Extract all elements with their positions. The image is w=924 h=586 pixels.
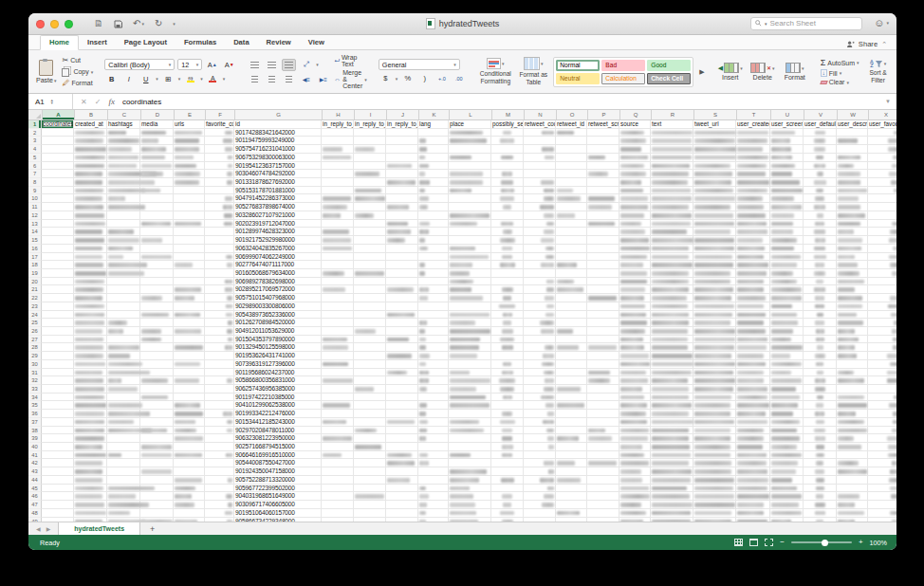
cell-Q7[interactable] [619, 170, 651, 178]
add-sheet-button[interactable]: + [140, 522, 164, 535]
cell-I9[interactable] [354, 187, 386, 195]
cell-A11[interactable] [42, 203, 74, 211]
cell-V14[interactable] [804, 228, 837, 236]
cell-J18[interactable] [386, 261, 418, 269]
cell-S9[interactable] [693, 187, 736, 195]
cell-A12[interactable] [42, 211, 74, 220]
cell-T20[interactable] [736, 278, 770, 286]
column-header-M[interactable]: M [492, 110, 525, 119]
cell-W17[interactable] [837, 253, 868, 262]
cell-C5[interactable] [107, 154, 140, 162]
cell-S20[interactable] [693, 278, 736, 286]
cell-X22[interactable] [868, 294, 896, 302]
cell-O2[interactable] [556, 129, 587, 137]
cell-B9[interactable] [74, 187, 107, 195]
cell-J39[interactable] [386, 434, 418, 443]
row-header-32[interactable]: 32 [28, 376, 42, 385]
cell-H46[interactable] [322, 492, 354, 501]
cell-B33[interactable] [74, 385, 107, 394]
cell-Q38[interactable] [619, 427, 651, 435]
cell-E39[interactable] [174, 434, 205, 443]
cell-F10[interactable] [205, 194, 234, 203]
cell-J32[interactable] [386, 376, 418, 385]
cell-B28[interactable] [74, 343, 107, 352]
cell-W10[interactable] [837, 194, 868, 203]
cell-M42[interactable] [491, 459, 524, 467]
cell-H32[interactable] [322, 376, 354, 385]
cell-A31[interactable] [42, 369, 74, 377]
cell-E43[interactable] [174, 467, 205, 476]
cell-M43[interactable] [491, 467, 524, 476]
cell-B43[interactable] [74, 467, 107, 476]
cell-Q6[interactable] [619, 162, 651, 171]
cell-U33[interactable] [770, 385, 804, 394]
cell-T4[interactable] [736, 145, 770, 154]
row-header-29[interactable]: 29 [28, 352, 42, 360]
cell-M49[interactable] [491, 518, 524, 522]
cell-H38[interactable] [322, 427, 354, 435]
cell-W9[interactable] [837, 187, 868, 195]
cell-U29[interactable] [770, 352, 804, 360]
cell-X36[interactable] [868, 410, 896, 418]
cell-H11[interactable] [322, 203, 354, 211]
cell-Q24[interactable] [619, 311, 651, 320]
row-header-41[interactable]: 41 [28, 451, 42, 460]
cell-Q47[interactable] [619, 501, 651, 509]
cell-K49[interactable] [418, 518, 449, 522]
cell-I43[interactable] [354, 467, 386, 476]
cell-F42[interactable] [205, 459, 234, 467]
cell-N37[interactable] [524, 418, 556, 427]
cell-P18[interactable] [587, 261, 619, 269]
cell-G36[interactable]: 901993342212476000 [234, 410, 322, 418]
cell-L22[interactable] [449, 294, 491, 302]
cell-I28[interactable] [354, 343, 386, 352]
cell-W39[interactable] [837, 434, 868, 443]
cell-C37[interactable] [107, 418, 140, 427]
cell-P2[interactable] [587, 129, 619, 137]
cell-O11[interactable] [556, 203, 587, 211]
cell-E47[interactable] [174, 501, 205, 509]
cell-Q1[interactable]: source [619, 120, 651, 129]
row-header-20[interactable]: 20 [28, 278, 42, 286]
cell-D24[interactable] [140, 311, 174, 320]
cell-R26[interactable] [651, 327, 693, 336]
cell-V46[interactable] [804, 492, 837, 501]
cell-I48[interactable] [354, 509, 386, 518]
cell-H40[interactable] [322, 443, 354, 451]
cell-O26[interactable] [556, 327, 587, 336]
cell-M31[interactable] [491, 369, 524, 377]
cell-U12[interactable] [770, 211, 804, 220]
cell-P11[interactable] [587, 203, 619, 211]
cell-U45[interactable] [770, 485, 804, 493]
cell-D46[interactable] [140, 492, 174, 501]
cell-S11[interactable] [693, 203, 736, 211]
cell-J9[interactable] [386, 187, 418, 195]
cell-M14[interactable] [491, 228, 524, 236]
cell-W30[interactable] [837, 360, 868, 369]
cell-F7[interactable] [205, 170, 234, 178]
cell-W21[interactable] [837, 285, 868, 294]
cell-Q34[interactable] [619, 394, 651, 402]
currency-icon[interactable]: $ [379, 72, 393, 84]
cell-E40[interactable] [174, 443, 205, 451]
cell-F22[interactable] [205, 294, 234, 302]
cell-V1[interactable]: user_default [804, 120, 837, 129]
cell-V11[interactable] [804, 203, 837, 211]
cell-W41[interactable] [837, 451, 868, 460]
cell-E23[interactable] [174, 302, 205, 311]
cell-T48[interactable] [736, 509, 770, 518]
cell-L24[interactable] [449, 311, 491, 320]
orientation-icon[interactable]: ⤢ [299, 59, 313, 71]
cell-G44[interactable]: 905752288713320000 [234, 476, 322, 485]
cell-G24[interactable]: 905438973652336000 [234, 311, 322, 320]
cell-I35[interactable] [354, 401, 386, 410]
cell-C45[interactable] [107, 485, 140, 493]
row-header-5[interactable]: 5 [28, 154, 42, 162]
increase-indent-icon[interactable]: ▶≡ [316, 73, 330, 85]
row-header-13[interactable]: 13 [28, 220, 42, 229]
cell-I30[interactable] [354, 360, 386, 369]
cell-K9[interactable] [418, 187, 449, 195]
cell-A5[interactable] [42, 154, 74, 162]
cell-W37[interactable] [837, 418, 868, 427]
cell-T1[interactable]: user_created [736, 120, 770, 129]
